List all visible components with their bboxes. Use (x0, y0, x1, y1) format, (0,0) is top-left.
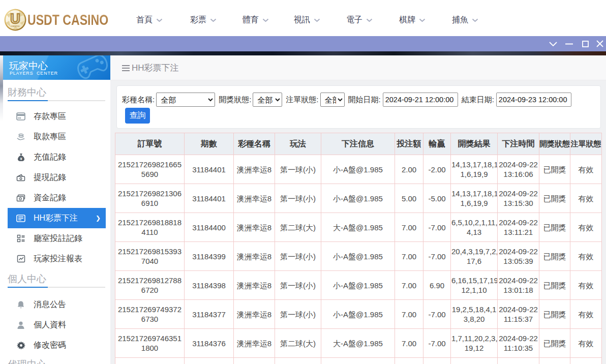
svg-text:casino: casino (11, 24, 20, 27)
